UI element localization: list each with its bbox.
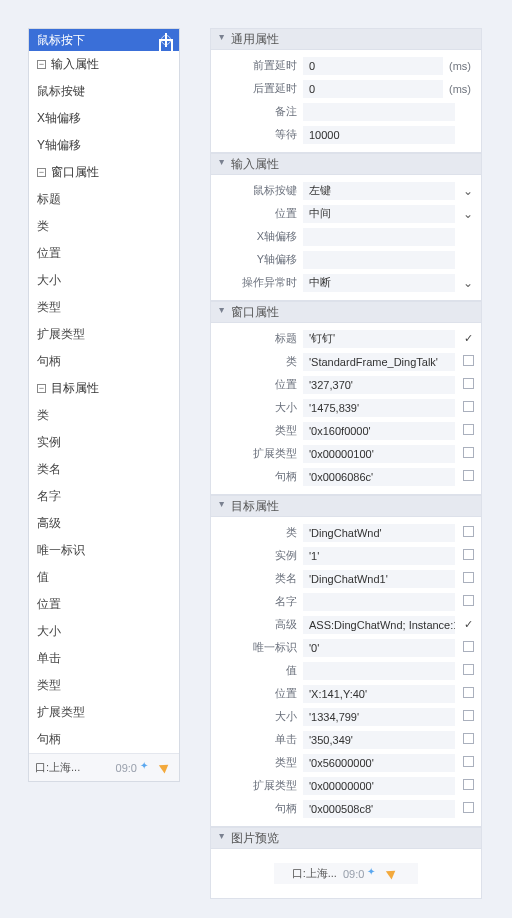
checkbox-unchecked[interactable]	[461, 733, 475, 746]
property-input[interactable]: '1475,839'	[303, 399, 455, 417]
property-input[interactable]	[303, 593, 455, 611]
property-input[interactable]: '0x0006086c'	[303, 468, 455, 486]
section-header[interactable]: ▸窗口属性	[210, 301, 482, 323]
checkbox-unchecked[interactable]	[461, 526, 475, 539]
property-label: 扩展类型	[211, 778, 297, 793]
checkbox-unchecked[interactable]	[461, 756, 475, 769]
footer-time: 09:0	[116, 762, 137, 774]
property-input[interactable]: '0x00000000'	[303, 777, 455, 795]
property-input[interactable]: 中间	[303, 205, 455, 223]
checkbox-unchecked[interactable]	[461, 710, 475, 723]
tree-item[interactable]: 大小	[29, 267, 179, 294]
property-input[interactable]: 中断	[303, 274, 455, 292]
tree-group[interactable]: −目标属性	[29, 375, 179, 402]
checkbox-unchecked[interactable]	[461, 779, 475, 792]
checkbox-unchecked[interactable]	[461, 470, 475, 483]
tree-item[interactable]: 实例	[29, 429, 179, 456]
section-body: 类'DingChatWnd'实例'1'类名'DingChatWnd1'名字高级A…	[210, 517, 482, 827]
property-input[interactable]	[303, 662, 455, 680]
property-label: 名字	[211, 594, 297, 609]
checkbox-unchecked[interactable]	[461, 355, 475, 368]
property-input[interactable]: '0x00000100'	[303, 445, 455, 463]
tree-item[interactable]: 类名	[29, 456, 179, 483]
dropdown-icon[interactable]	[461, 207, 475, 221]
collapse-icon[interactable]: −	[37, 384, 46, 393]
property-input[interactable]: 'StandardFrame_DingTalk'	[303, 353, 455, 371]
tree-group[interactable]: −输入属性	[29, 51, 179, 78]
tree-item[interactable]: 扩展类型	[29, 321, 179, 348]
property-row: 位置中间	[211, 202, 475, 225]
checkbox-unchecked[interactable]	[461, 664, 475, 677]
tree-item[interactable]: 类	[29, 213, 179, 240]
left-panel-title: 鼠标按下	[37, 32, 85, 49]
tree-item[interactable]: X轴偏移	[29, 105, 179, 132]
property-input[interactable]: ASS:DingChatWnd; Instance:1'	[303, 616, 455, 634]
property-input[interactable]: '1'	[303, 547, 455, 565]
checkbox-unchecked[interactable]	[461, 549, 475, 562]
property-input[interactable]	[303, 228, 455, 246]
property-input[interactable]: 'DingChatWnd'	[303, 524, 455, 542]
collapse-icon[interactable]: −	[37, 168, 46, 177]
tree-item[interactable]: 值	[29, 564, 179, 591]
property-input[interactable]	[303, 251, 455, 269]
tree-item[interactable]: 类型	[29, 672, 179, 699]
tree-item[interactable]: 句柄	[29, 348, 179, 375]
checkbox-unchecked[interactable]	[461, 424, 475, 437]
checkbox-unchecked[interactable]	[461, 401, 475, 414]
checkbox-unchecked[interactable]	[461, 641, 475, 654]
property-input[interactable]: '1334,799'	[303, 708, 455, 726]
property-label: 类	[211, 354, 297, 369]
property-input[interactable]: '0x56000000'	[303, 754, 455, 772]
property-label: 鼠标按键	[211, 183, 297, 198]
tree-item[interactable]: 扩展类型	[29, 699, 179, 726]
property-input[interactable]: 'X:141,Y:40'	[303, 685, 455, 703]
property-input[interactable]: '327,370'	[303, 376, 455, 394]
property-row: 类名'DingChatWnd1'	[211, 567, 475, 590]
section-header[interactable]: ▸通用属性	[210, 28, 482, 50]
tree-group[interactable]: −窗口属性	[29, 159, 179, 186]
checkbox-unchecked[interactable]	[461, 572, 475, 585]
property-input[interactable]: '350,349'	[303, 731, 455, 749]
section-header[interactable]: ▸目标属性	[210, 495, 482, 517]
tree-item[interactable]: 唯一标识	[29, 537, 179, 564]
tree-item[interactable]: Y轴偏移	[29, 132, 179, 159]
tree-item[interactable]: 位置	[29, 240, 179, 267]
tree-item[interactable]: 高级	[29, 510, 179, 537]
tree-item[interactable]: 大小	[29, 618, 179, 645]
checkbox-checked[interactable]	[461, 332, 475, 345]
property-row: 备注	[211, 100, 475, 123]
tree-item[interactable]: 标题	[29, 186, 179, 213]
section-header[interactable]: ▸图片预览	[210, 827, 482, 849]
property-label: 句柄	[211, 469, 297, 484]
target-icon[interactable]	[159, 33, 173, 47]
collapse-icon[interactable]: −	[37, 60, 46, 69]
tree-item[interactable]: 位置	[29, 591, 179, 618]
tree-item[interactable]: 类型	[29, 294, 179, 321]
property-input[interactable]: '钉钉'	[303, 330, 455, 348]
tree-item[interactable]: 单击	[29, 645, 179, 672]
property-input[interactable]: 0	[303, 57, 443, 75]
section-header[interactable]: ▸输入属性	[210, 153, 482, 175]
tree-item[interactable]: 鼠标按键	[29, 78, 179, 105]
tree-item[interactable]: 句柄	[29, 726, 179, 753]
checkbox-checked[interactable]	[461, 618, 475, 631]
property-input[interactable]: 10000	[303, 126, 455, 144]
checkbox-unchecked[interactable]	[461, 595, 475, 608]
left-panel-header: 鼠标按下	[29, 29, 179, 51]
checkbox-unchecked[interactable]	[461, 447, 475, 460]
dropdown-icon[interactable]	[461, 276, 475, 290]
property-input[interactable]: 'DingChatWnd1'	[303, 570, 455, 588]
property-input[interactable]: 左键	[303, 182, 455, 200]
tree-item[interactable]: 名字	[29, 483, 179, 510]
checkbox-unchecked[interactable]	[461, 687, 475, 700]
tree-group-label: 目标属性	[51, 380, 99, 397]
property-input[interactable]: '0'	[303, 639, 455, 657]
property-input[interactable]: '0x000508c8'	[303, 800, 455, 818]
checkbox-unchecked[interactable]	[461, 802, 475, 815]
property-input[interactable]: 0	[303, 80, 443, 98]
checkbox-unchecked[interactable]	[461, 378, 475, 391]
tree-item[interactable]: 类	[29, 402, 179, 429]
property-input[interactable]: '0x160f0000'	[303, 422, 455, 440]
property-input[interactable]	[303, 103, 455, 121]
dropdown-icon[interactable]	[461, 184, 475, 198]
